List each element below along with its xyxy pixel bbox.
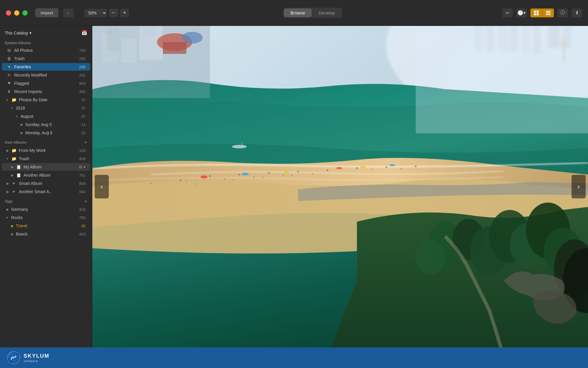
svg-point-19: [180, 180, 181, 181]
minimize-button[interactable]: [14, 10, 19, 16]
favorites-count: 235: [79, 65, 86, 69]
flag-icon: ⚑: [6, 81, 12, 86]
svg-point-44: [360, 166, 366, 168]
photo-next-button[interactable]: ›: [572, 175, 586, 198]
sidebar: This Catalog ▾ 📅 System Albums ⊞ All Pho…: [0, 26, 92, 347]
traffic-lights: [6, 10, 28, 16]
svg-rect-1: [537, 11, 539, 13]
grid-icon: ⊞: [6, 48, 12, 53]
germany-count: 433: [79, 207, 86, 212]
svg-point-71: [12, 357, 15, 359]
album-icon-another: 📋: [16, 173, 21, 178]
photo-prev-button[interactable]: ‹: [95, 175, 109, 198]
svg-point-47: [416, 239, 445, 275]
sidebar-item-trash-system[interactable]: 🗑 Trash 255: [2, 55, 90, 62]
sidebar-item-another-smart[interactable]: ▶ ✦ Another Smart A... 944: [2, 188, 90, 195]
sidebar-item-2018[interactable]: ▾ 2018 37: [2, 104, 90, 112]
recent-imports-count: 440: [79, 89, 86, 94]
system-albums-label: System Albums: [0, 39, 92, 46]
trash-system-count: 255: [79, 57, 86, 61]
browse-tab[interactable]: Browse: [284, 9, 312, 17]
svg-point-32: [233, 179, 234, 180]
skylum-logo-circle: [7, 351, 20, 364]
svg-point-37: [385, 166, 387, 168]
skylum-brand-name: SKYLUM: [24, 353, 49, 359]
sidebar-item-recently-modified[interactable]: ↻ Recently Modified 432: [2, 71, 90, 79]
zoom-out-button[interactable]: −: [109, 9, 118, 17]
my-album-label: My Album: [24, 165, 51, 169]
travel-count: 45: [81, 224, 86, 228]
sidebar-item-beach[interactable]: ▶ Beach 453: [2, 230, 90, 238]
smart-album-icon: ✦: [11, 181, 16, 186]
folder-icon-work: 📁: [11, 148, 16, 153]
svg-point-34: [292, 175, 293, 176]
undo-button[interactable]: ↩: [502, 9, 513, 17]
svg-point-21: [209, 175, 211, 177]
folder-icon-trash: 📁: [11, 156, 16, 161]
zoom-in-button[interactable]: +: [120, 9, 129, 17]
gear-icon[interactable]: ⚙ ▾: [79, 165, 86, 169]
smart-album-label: Smart Album: [19, 181, 77, 186]
photos-by-date-icon: 📁: [11, 97, 16, 102]
chevron-down-icon: ▾: [29, 31, 31, 35]
add-album-button[interactable]: +: [84, 140, 87, 145]
sidebar-item-rocks[interactable]: ▾ Rocks 795: [2, 214, 90, 221]
rocks-count: 795: [79, 216, 86, 220]
smart-album-count: 808: [79, 181, 86, 186]
sidebar-item-recent-imports[interactable]: ⬇ Recent Imports 440: [2, 88, 90, 95]
sidebar-item-from-my-work[interactable]: ▶ 📁 From My Work 120: [2, 147, 90, 154]
sidebar-item-travel[interactable]: ▶ Travel 45: [2, 222, 90, 230]
grid-view-button[interactable]: [530, 9, 542, 17]
svg-rect-3: [537, 13, 539, 15]
sidebar-item-smart-album[interactable]: ▶ ✦ Smart Album 808: [2, 180, 90, 187]
sidebar-item-trash-user[interactable]: ▾ 📁 Trash 426: [2, 155, 90, 163]
svg-point-25: [268, 172, 270, 174]
expand-arrow-from-my-work: ▶: [6, 149, 11, 152]
from-my-work-count: 120: [79, 148, 86, 153]
svg-point-45: [389, 164, 395, 166]
svg-point-23: [238, 174, 240, 175]
close-button[interactable]: [6, 10, 11, 16]
photo-main: ‹ ›: [92, 26, 588, 347]
expand-arrow-aug5: ▶: [21, 123, 25, 127]
august-count: 37: [81, 114, 86, 119]
sidebar-item-germany[interactable]: ▶ Germany 433: [2, 205, 90, 213]
svg-point-29: [327, 169, 328, 171]
sidebar-item-flagged[interactable]: ⚑ Flagged 904: [2, 79, 90, 87]
svg-point-35: [356, 167, 358, 169]
recent-imports-label: Recent Imports: [14, 89, 77, 94]
tags-label: Tags: [5, 199, 13, 203]
sidebar-item-aug5[interactable]: ▶ Sunday, Aug 5 14: [2, 121, 90, 128]
expand-arrow-rocks: ▾: [6, 216, 11, 220]
develop-tab[interactable]: Develop: [312, 9, 341, 17]
maximize-button[interactable]: [22, 10, 28, 16]
back-button[interactable]: ‹: [63, 9, 74, 17]
calendar-button[interactable]: 📅: [81, 30, 87, 36]
detail-view-button[interactable]: [542, 9, 554, 17]
import-button[interactable]: Import: [35, 8, 59, 17]
zoom-control: 50% 25% 75% 100% − +: [84, 9, 129, 17]
sidebar-item-all-photos[interactable]: ⊞ All Photos 734: [2, 47, 90, 54]
svg-point-36: [371, 169, 372, 170]
sidebar-item-another-album[interactable]: ▶ 📋 Another Album 761: [2, 171, 90, 179]
photo-area: ‹ ›: [92, 26, 588, 347]
history-button[interactable]: 🕐▾: [516, 9, 527, 17]
expand-arrow-august: ▾: [16, 115, 20, 118]
svg-point-56: [232, 145, 247, 148]
share-button[interactable]: ⬆: [572, 9, 582, 17]
sidebar-item-favorites[interactable]: ♥ Favorites 235: [2, 63, 90, 71]
svg-rect-68: [416, 26, 588, 133]
sidebar-item-august[interactable]: ▾ August 37: [2, 112, 90, 120]
sidebar-item-photos-by-date[interactable]: ▾ 📁 Photos By Date 37: [2, 96, 90, 104]
svg-point-24: [253, 176, 255, 178]
svg-point-41: [242, 173, 249, 175]
sidebar-item-my-album[interactable]: ▶ 📋 My Album ⚙ ▾: [2, 163, 90, 171]
catalog-selector[interactable]: This Catalog ▾: [5, 31, 31, 35]
sidebar-item-aug6[interactable]: ▶ Monday, Aug 6 23: [2, 129, 90, 137]
info-button[interactable]: ⓘ: [557, 9, 568, 17]
svg-point-39: [415, 165, 417, 167]
beach-count: 453: [79, 232, 86, 236]
view-toggle: [530, 9, 554, 17]
zoom-select[interactable]: 50% 25% 75% 100%: [84, 9, 107, 17]
add-tag-button[interactable]: +: [84, 199, 87, 204]
